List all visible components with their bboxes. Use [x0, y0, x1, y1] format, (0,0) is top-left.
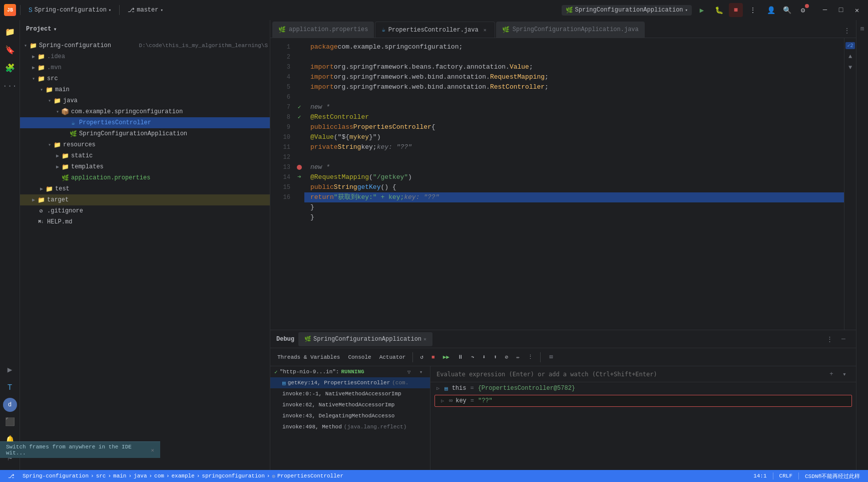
tree-test[interactable]: ▶ 📁 test: [20, 183, 270, 194]
right-gutter: ✓2 ▲ ▼: [844, 38, 856, 330]
activity-run[interactable]: ▶: [2, 362, 18, 378]
tree-src[interactable]: ▾ 📁 src: [20, 73, 270, 84]
tree-gitignore[interactable]: ⊘ .gitignore: [20, 205, 270, 216]
tree-com[interactable]: ▾ 📦 com.example.springconfiguration: [20, 106, 270, 117]
thread-filter-chevron[interactable]: ▾: [416, 367, 426, 377]
debug-btn-restart[interactable]: ↺: [417, 351, 426, 364]
tree-java[interactable]: ▾ 📁 java: [20, 95, 270, 106]
sb-position[interactable]: 14:1: [751, 473, 768, 479]
frame-item-2[interactable]: invoke:62, NativeMethodAccessorImp: [270, 399, 430, 410]
debug-layout-btn[interactable]: ⊞: [545, 351, 558, 364]
activity-debugger[interactable]: T: [2, 380, 18, 396]
tree-spring-app[interactable]: 🌿 SpringConfigurationApplication: [20, 128, 270, 139]
activity-project[interactable]: 📁: [2, 24, 18, 40]
tab-properties-controller[interactable]: ☕ PropertiesController.java ✕: [375, 22, 495, 38]
tree-static[interactable]: ▶ 📁 static: [20, 150, 270, 161]
code-content[interactable]: package com.example.springconfiguration;…: [304, 38, 844, 330]
code-line-13: public String getKey() {: [310, 182, 838, 192]
eval-add-button[interactable]: +: [826, 369, 837, 380]
sb-encoding[interactable]: CRLF: [777, 473, 794, 479]
sb-position-label: 14:1: [753, 473, 766, 479]
stop-button[interactable]: ■: [729, 3, 743, 17]
activity-terminal[interactable]: ⬛: [2, 414, 18, 430]
tree-main[interactable]: ▾ 📁 main: [20, 84, 270, 95]
folder-icon-java: 📁: [53, 97, 61, 105]
tree-props-ctrl[interactable]: ☕ PropertiesController: [20, 117, 270, 128]
search-icon[interactable]: 🔍: [780, 3, 794, 17]
debug-btn-step-out[interactable]: ⬆: [491, 351, 500, 364]
debug-tab-actuator[interactable]: Actuator: [376, 351, 409, 364]
tree-root[interactable]: ▾ 📁 Spring-configuration D:\code\this_is…: [20, 40, 270, 51]
settings-icon[interactable]: ⚙: [796, 3, 810, 17]
tree-target[interactable]: ▶ 📁 target: [20, 194, 270, 205]
debug-btn-step-into[interactable]: ⬇: [480, 351, 489, 364]
debug-title: Debug: [276, 336, 294, 343]
activity-more[interactable]: ···: [2, 78, 18, 94]
activity-plugins[interactable]: 🧩: [2, 60, 18, 76]
tree-label-templates: templates: [71, 163, 268, 170]
close-button[interactable]: ✕: [850, 3, 864, 17]
tree-app-props[interactable]: 🌿 application.properties: [20, 172, 270, 183]
tree-help[interactable]: M↓ HELP.md: [20, 216, 270, 227]
titlebar-sep1: [20, 5, 21, 15]
debug-tab-console[interactable]: Console: [345, 351, 374, 364]
code-line-14: return "获取到key:" + key; key: "??": [304, 192, 844, 202]
titlebar: JB S Spring-configuration ▾ ⎇ master ▾ 🌿…: [0, 0, 868, 20]
frame-item-1[interactable]: invoke:0:-1, NativeMethodAccessorImp: [270, 388, 430, 399]
debug-action-minimize[interactable]: —: [837, 333, 850, 346]
code-line-4: import org.springframework.web.bind.anno…: [310, 72, 838, 82]
profile-icon[interactable]: 👤: [764, 3, 778, 17]
debug-action-more[interactable]: ⋮: [823, 333, 836, 346]
debug-button[interactable]: 🐛: [712, 3, 726, 17]
code-line-12a: new *: [310, 162, 838, 172]
debug-btn-pause[interactable]: ⏸: [455, 351, 466, 364]
tree-mvn[interactable]: ▶ 📁 .mvn: [20, 62, 270, 73]
activity-debug2[interactable]: d: [3, 398, 17, 412]
tab-more-button[interactable]: ⋮: [840, 24, 854, 38]
var-item-this[interactable]: ▷ ▤ this = {PropertiesController@5782}: [430, 382, 856, 394]
tree-resources[interactable]: ▾ 📁 resources: [20, 139, 270, 150]
maximize-button[interactable]: □: [834, 3, 848, 17]
sb-git-icon[interactable]: ⎇: [6, 473, 17, 479]
vcs-branch[interactable]: ⎇ master ▾: [124, 5, 167, 16]
sb-sep7: ›: [267, 473, 270, 479]
gutter-up-icon[interactable]: ▲: [848, 53, 852, 60]
frame-item-3[interactable]: invoke:43, DelegatingMethodAccesso: [270, 410, 430, 421]
tree-idea[interactable]: ▶ 📁 .idea: [20, 51, 270, 62]
rb-icon-1[interactable]: m: [857, 24, 867, 34]
tab-application-properties[interactable]: 🌿 application.properties: [272, 22, 374, 38]
folder-icon-root: 📁: [29, 42, 37, 50]
sb-breadcrumb[interactable]: Spring-configuration › src › main › java…: [21, 473, 345, 479]
debug-btn-more-actions[interactable]: ⋮: [525, 351, 536, 364]
debug-tab-close-icon[interactable]: ✕: [423, 336, 426, 342]
frame-item-0[interactable]: ▤ getKey:14, PropertiesController (com.: [270, 377, 430, 388]
run-button[interactable]: ▶: [695, 3, 709, 17]
tab-close-props[interactable]: ✕: [482, 27, 489, 34]
run-configuration[interactable]: 🌿 SpringConfigurationApplication ▾: [562, 5, 692, 16]
folder-icon-idea: 📁: [37, 53, 45, 61]
frame-item-4[interactable]: invoke:498, Method (java.lang.reflect): [270, 421, 430, 432]
eval-input[interactable]: [437, 371, 822, 378]
eval-chevron-button[interactable]: ▾: [839, 369, 850, 380]
minimize-button[interactable]: ─: [818, 3, 832, 17]
debug-btn-evaluate[interactable]: ✏: [513, 351, 523, 364]
md-icon: M↓: [37, 218, 45, 226]
tree-label-java: java: [63, 97, 268, 104]
debug-btn-step-over[interactable]: ↷: [468, 351, 478, 364]
sb-charset[interactable]: CSDN®不能再经过此样: [803, 472, 862, 480]
debug-btn-drop-frame[interactable]: ⊘: [502, 351, 512, 364]
gutter-down-icon[interactable]: ▼: [848, 64, 852, 71]
thread-filter-icon[interactable]: ▽: [404, 367, 414, 377]
debug-btn-resume[interactable]: ▶▶: [440, 351, 453, 364]
project-switcher[interactable]: S Spring-configuration ▾: [25, 5, 115, 16]
tab-spring-app[interactable]: 🌿 SpringConfigurationApplication.java: [496, 22, 645, 38]
thread-running-item[interactable]: ✓ "http-nio-9...in": RUNNING ▽ ▾: [270, 366, 430, 377]
debug-btn-stop[interactable]: ■: [428, 351, 438, 364]
debug-tab-threads[interactable]: Threads & Variables: [274, 351, 343, 364]
variables-panel: + ▾ ▷ ▤ this = {PropertiesController@578…: [430, 366, 856, 470]
more-button[interactable]: ⋮: [746, 3, 760, 17]
var-item-key[interactable]: ▷ ∞ key = "??": [435, 395, 852, 407]
tree-templates[interactable]: ▶ 📁 templates: [20, 161, 270, 172]
debug-tab-spring[interactable]: 🌿 SpringConfigurationApplication ✕: [298, 332, 432, 346]
activity-bookmarks[interactable]: 🔖: [2, 42, 18, 58]
